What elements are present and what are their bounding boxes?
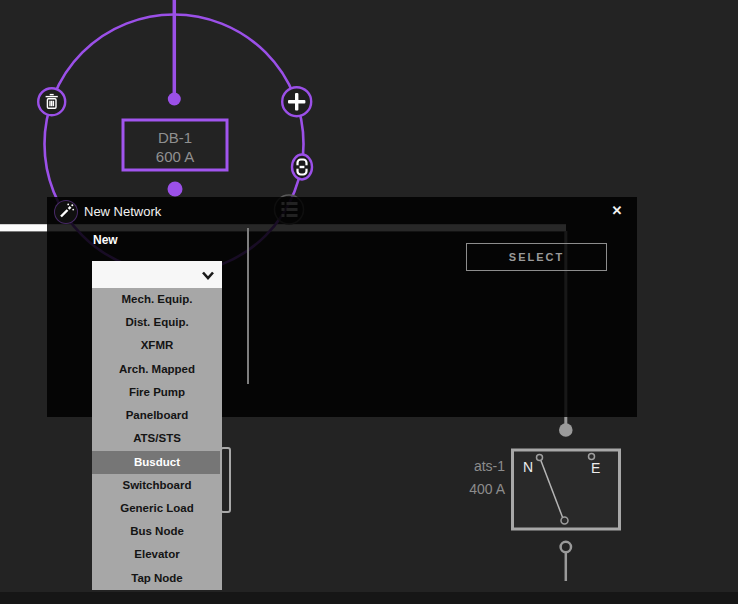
link-button[interactable]	[292, 155, 312, 180]
new-field-label: New	[93, 233, 118, 247]
list-item[interactable]: Bus Node	[92, 520, 222, 543]
bottom-connection-dot	[168, 182, 183, 197]
list-item[interactable]: XFMR	[92, 334, 222, 357]
dropdown-list: Mech. Equip.Dist. Equip.XFMRArch. Mapped…	[92, 288, 222, 590]
db1-node-rating: 600 A	[156, 148, 194, 165]
top-connection-dot	[168, 93, 181, 106]
list-item[interactable]: Generic Load	[92, 497, 222, 520]
ats-normal-label: N	[523, 459, 533, 475]
add-button[interactable]	[282, 87, 311, 116]
close-icon[interactable]: ✕	[607, 201, 627, 221]
ats-node-name: ats-1	[474, 458, 505, 474]
canvas-bottom-strip	[0, 592, 738, 604]
network-type-combobox[interactable]	[92, 261, 222, 288]
list-item[interactable]: Fire Pump	[92, 381, 222, 404]
ats-node-rating: 400 A	[469, 481, 505, 497]
delete-button[interactable]	[38, 88, 65, 115]
list-item[interactable]: Dist. Equip.	[92, 311, 222, 334]
list-item[interactable]: Panelboard	[92, 404, 222, 427]
ats-emergency-label: E	[591, 460, 600, 476]
list-item[interactable]: Tap Node	[92, 567, 222, 590]
ats-contact-out	[561, 517, 568, 524]
db1-node[interactable]: DB-1 600 A	[123, 120, 227, 170]
select-button[interactable]: SELECT	[466, 243, 607, 271]
dropdown-scrollbar-thumb[interactable]	[220, 447, 231, 513]
db1-node-name: DB-1	[158, 129, 192, 146]
dialog-divider	[247, 228, 249, 384]
list-item[interactable]: Busduct	[92, 451, 222, 474]
ats-bottom-port	[561, 542, 571, 552]
magic-wand-icon	[54, 200, 78, 224]
list-item[interactable]: Switchboard	[92, 474, 222, 497]
dialog-title: New Network	[84, 197, 161, 227]
ats-contact-n	[537, 455, 543, 461]
chevron-down-icon	[201, 268, 215, 281]
list-item[interactable]: Mech. Equip.	[92, 288, 222, 311]
list-item[interactable]: Arch. Mapped	[92, 358, 222, 381]
ats-top-connection-dot	[559, 423, 573, 437]
one-line-canvas: DB-1 600 A	[0, 0, 738, 604]
list-item[interactable]: ATS/STS	[92, 427, 222, 450]
dialog-header[interactable]: New Network ✕	[47, 197, 637, 227]
ats-node[interactable]: ats-1 400 A N E	[469, 450, 619, 529]
list-item[interactable]: Elevator	[92, 543, 222, 566]
ats-contact-e	[589, 454, 595, 460]
